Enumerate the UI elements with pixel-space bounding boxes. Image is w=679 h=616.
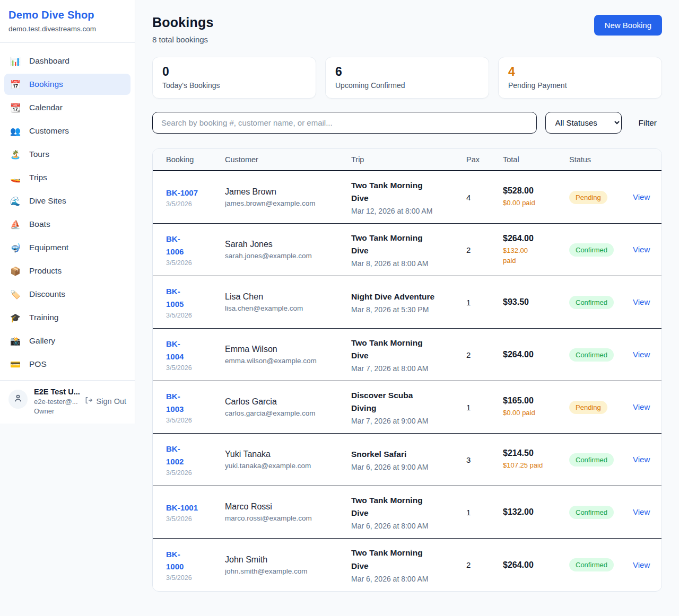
nav-item-icon: 🤿 — [10, 243, 21, 253]
sign-out-label: Sign Out — [97, 397, 126, 406]
booking-id-link[interactable]: BK-1007 — [166, 187, 225, 199]
sidebar-item-boats[interactable]: ⛵ Boats — [4, 214, 130, 235]
customer-cell: James Brown james.brown@example.com — [225, 187, 351, 207]
nav-item-icon: 🚤 — [10, 173, 21, 183]
booking-cell: BK- 1005 3/5/2026 — [166, 285, 225, 319]
sidebar-item-pos[interactable]: 💳 POS — [4, 354, 130, 375]
stat-card: 0 Today's Bookings — [152, 57, 316, 99]
stats-row: 0 Today's Bookings 6 Upcoming Confirmed … — [152, 57, 662, 99]
stat-value: 6 — [335, 65, 479, 79]
actions-cell: View — [633, 560, 661, 570]
customer-email: lisa.chen@example.com — [225, 304, 351, 312]
status-filter-select[interactable]: All Statuses — [545, 112, 622, 134]
column-header-status: Status — [569, 155, 633, 164]
sidebar-item-discounts[interactable]: 🏷️ Discounts — [4, 284, 130, 305]
view-link[interactable]: View — [633, 192, 650, 201]
booking-id-link[interactable]: BK- 1002 — [166, 443, 225, 468]
view-link[interactable]: View — [633, 297, 650, 306]
status-badge: Confirmed — [569, 243, 614, 257]
booking-id-link[interactable]: BK- 1006 — [166, 233, 225, 258]
total-amount: $214.50 — [503, 448, 569, 458]
trip-name: Snorkel Safari — [351, 448, 466, 461]
sidebar-item-tours[interactable]: 🏝️ Tours — [4, 144, 130, 165]
total-cell: $528.00 $0.00 paid — [503, 186, 569, 208]
paid-amount: $0.00 paid — [503, 198, 569, 208]
view-link[interactable]: View — [633, 507, 650, 516]
table-row: BK- 1005 3/5/2026 Lisa Chen lisa.chen@ex… — [153, 276, 661, 329]
booking-date: 3/5/2026 — [166, 312, 225, 319]
trip-cell: Snorkel Safari Mar 6, 2026 at 9:00 AM — [351, 448, 466, 471]
table-row: BK-1001 3/5/2026 Marco Rossi marco.rossi… — [153, 486, 661, 539]
view-link[interactable]: View — [633, 350, 650, 359]
sidebar-item-training[interactable]: 🎓 Training — [4, 307, 130, 328]
sidebar-item-equipment[interactable]: 🤿 Equipment — [4, 237, 130, 258]
actions-cell: View — [633, 507, 661, 517]
status-cell: Confirmed — [569, 296, 633, 309]
total-cell: $165.00 $0.00 paid — [503, 396, 569, 418]
paid-amount: $132.00 paid — [503, 245, 569, 266]
filter-button[interactable]: Filter — [633, 114, 662, 132]
booking-id-link[interactable]: BK- 1003 — [166, 390, 225, 415]
table-row: BK- 1003 3/5/2026 Carlos Garcia carlos.g… — [153, 381, 661, 434]
brand-domain: demo.test.divestreams.com — [8, 25, 126, 33]
sign-out-button[interactable]: Sign Out — [84, 396, 126, 406]
status-badge: Pending — [569, 401, 607, 414]
trip-name: Night Dive Adventure — [351, 291, 466, 303]
view-link[interactable]: View — [633, 402, 650, 411]
view-link[interactable]: View — [633, 455, 650, 464]
booking-id-link[interactable]: BK- 1005 — [166, 285, 225, 310]
pax-cell: 3 — [466, 455, 503, 464]
sidebar-item-label: Gallery — [29, 336, 55, 346]
trip-name: Two Tank Morning Dive — [351, 494, 466, 520]
booking-date: 3/5/2026 — [166, 469, 225, 477]
nav-item-icon: 💳 — [10, 359, 21, 369]
pax-cell: 2 — [466, 245, 503, 254]
trip-cell: Two Tank Morning Dive Mar 7, 2026 at 8:0… — [351, 337, 466, 373]
bookings-table: Booking Customer Trip Pax Total Status B… — [152, 148, 662, 592]
sidebar-item-dive-sites[interactable]: 🌊 Dive Sites — [4, 190, 130, 212]
sidebar-item-label: Bookings — [29, 80, 63, 89]
new-booking-button[interactable]: New Booking — [594, 15, 662, 36]
pax-cell: 1 — [466, 403, 503, 412]
nav-item-icon: 🎓 — [10, 313, 21, 323]
sidebar-item-customers[interactable]: 👥 Customers — [4, 120, 130, 142]
status-badge: Confirmed — [569, 348, 614, 362]
sidebar-item-bookings[interactable]: 📅 Bookings — [4, 74, 130, 95]
customer-cell: Lisa Chen lisa.chen@example.com — [225, 292, 351, 312]
search-input[interactable] — [152, 112, 537, 134]
customer-cell: Carlos Garcia carlos.garcia@example.com — [225, 397, 351, 417]
booking-id-link[interactable]: BK- 1004 — [166, 338, 225, 363]
sidebar-item-calendar[interactable]: 📆 Calendar — [4, 97, 130, 118]
sidebar-item-label: Products — [29, 266, 62, 276]
customer-name: James Brown — [225, 187, 351, 197]
stat-label: Upcoming Confirmed — [335, 81, 479, 90]
booking-id-link[interactable]: BK- 1000 — [166, 548, 225, 573]
stat-value: 4 — [508, 65, 652, 79]
nav-item-icon: 📅 — [10, 80, 21, 90]
sidebar-item-label: Tours — [29, 149, 49, 159]
customer-name: Carlos Garcia — [225, 397, 351, 407]
nav-item-icon: 📦 — [10, 266, 21, 276]
booking-cell: BK- 1002 3/5/2026 — [166, 443, 225, 477]
view-link[interactable]: View — [633, 560, 650, 569]
booking-date: 3/5/2026 — [166, 515, 225, 523]
booking-date: 3/5/2026 — [166, 417, 225, 424]
booking-id-link[interactable]: BK-1001 — [166, 501, 225, 514]
customer-email: carlos.garcia@example.com — [225, 409, 351, 417]
sidebar-item-products[interactable]: 📦 Products — [4, 260, 130, 281]
stat-card: 6 Upcoming Confirmed — [325, 57, 489, 99]
user-texts: E2E Test U... e2e-tester@... Owner — [34, 388, 78, 415]
total-cell: $132.00 — [503, 507, 569, 517]
view-link[interactable]: View — [633, 245, 650, 254]
sidebar-item-label: Discounts — [29, 289, 65, 299]
sidebar-item-trips[interactable]: 🚤 Trips — [4, 167, 130, 188]
column-header-booking: Booking — [166, 155, 225, 164]
trip-name: Two Tank Morning Dive — [351, 337, 466, 362]
sidebar-item-gallery[interactable]: 📸 Gallery — [4, 330, 130, 351]
paid-amount: $0.00 paid — [503, 408, 569, 418]
trip-cell: Discover Scuba Diving Mar 7, 2026 at 9:0… — [351, 389, 466, 425]
sidebar-item-dashboard[interactable]: 📊 Dashboard — [4, 50, 130, 72]
brand-block: Demo Dive Shop demo.test.divestreams.com — [0, 0, 135, 43]
customer-email: james.brown@example.com — [225, 199, 351, 207]
stat-label: Today's Bookings — [162, 81, 306, 90]
